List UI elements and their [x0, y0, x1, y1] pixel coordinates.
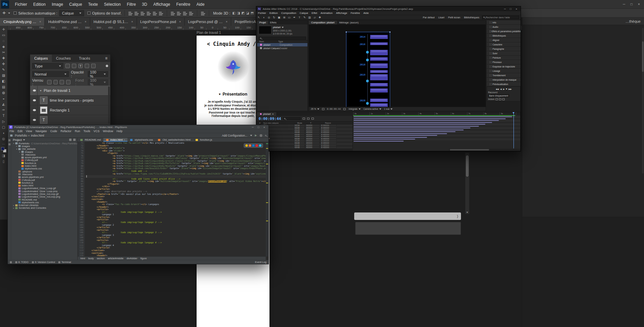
lock-position-icon[interactable] [60, 80, 64, 84]
close-icon[interactable]: × [179, 20, 181, 23]
tab-composition[interactable]: Composition: pbstart [309, 21, 337, 24]
close-icon[interactable]: × [514, 7, 519, 11]
panel-paragraphe[interactable]: Paragraphe [487, 47, 521, 51]
stop-icon[interactable]: ■ [506, 88, 507, 90]
visibility-eye-icon[interactable] [32, 105, 38, 115]
ae-menu-composition[interactable]: Composition [279, 12, 298, 15]
parent-dropdown[interactable]: @ Aucun(e) [320, 138, 337, 139]
close-icon[interactable]: × [272, 112, 274, 116]
layer-row-rectangle-1[interactable]: Rectangle 1 [30, 105, 110, 115]
breadcrumb-html[interactable]: html [80, 257, 85, 260]
scroll-down-icon[interactable]: ▼ [465, 211, 469, 213]
tree-item-scratches-and-consoles[interactable]: ▸Scratches and Consoles [11, 207, 77, 209]
panel-pinceaux[interactable]: Pinceaux [487, 60, 521, 64]
lasso-tool[interactable]: ◌ [1, 38, 7, 43]
layer-duration-bar[interactable] [354, 133, 447, 134]
go-to-start-icon[interactable]: ◀◀ [496, 88, 499, 90]
column-nom[interactable]: Nom [257, 40, 276, 43]
tl-column-mode[interactable]: Mode [297, 122, 310, 124]
track-matte-dropdown[interactable]: Aucun(e) [305, 141, 320, 143]
shape-tool[interactable]: ▢ [1, 125, 7, 130]
scrollbar[interactable]: ▼ [465, 152, 469, 214]
layer-duration-bar[interactable] [354, 135, 437, 136]
blend-mode-dropdown[interactable]: Normal [294, 141, 305, 143]
parent-dropdown[interactable]: @ Aucun(e) [320, 132, 337, 134]
error-stripe[interactable] [266, 142, 268, 257]
visibility-eye-icon[interactable] [32, 86, 38, 95]
snapshot-icon[interactable] [343, 108, 346, 110]
visibility-eye-icon[interactable] [32, 115, 38, 125]
eraser-tool[interactable]: ▤ [1, 84, 7, 89]
tree-item-portefolio[interactable]: ▾PortefolioC:\Users\andyc\OneDrive - Reg… [11, 142, 77, 145]
blend-mode-dropdown[interactable]: Normal [32, 71, 69, 77]
tl-column-t[interactable]: T [310, 122, 325, 124]
include-video-icon[interactable] [496, 98, 498, 100]
tree-item-cvandy-pdf[interactable]: CVAndy.pdf [11, 159, 77, 162]
tab-projet[interactable]: Projet [257, 21, 268, 24]
filter-smart-object-icon[interactable] [91, 64, 96, 68]
tree-item-fonction-js[interactable]: fonction.js [11, 181, 77, 184]
color-swatches[interactable] [1, 147, 6, 152]
ps-menu-fen-tre[interactable]: Fenêtre [173, 0, 193, 9]
pst-menu-run[interactable]: Run [73, 129, 82, 133]
phpstorm-titlebar[interactable]: P Portefolio [C:\Users\andyc\OneDrive - … [8, 125, 268, 129]
workspace-petit-cran[interactable]: Petit écran [448, 16, 460, 19]
workspace-par-d-faut[interactable]: Par défaut [423, 16, 435, 19]
selection-tool[interactable]: ↖ [256, 16, 261, 19]
pst-menu-help[interactable]: Help [115, 129, 124, 133]
lock-pixels-icon[interactable] [54, 80, 58, 84]
layer-duration-bar[interactable] [354, 120, 499, 121]
breadcrumb-article-middle[interactable]: article#middle [108, 257, 123, 260]
camera-tool[interactable]: ▣ [277, 16, 282, 19]
status-6-todo[interactable]: 6: TODO [15, 261, 28, 264]
scrollbar-thumb[interactable] [466, 156, 468, 177]
blend-mode-dropdown[interactable]: Normal [294, 145, 305, 147]
close-icon[interactable]: × [261, 126, 267, 129]
parent-dropdown[interactable]: @ Aucun(e) [320, 124, 337, 126]
tree-item-external-libraries[interactable]: ▸External Libraries [11, 204, 77, 207]
artboard-label[interactable]: Plan de travail 1 [197, 31, 221, 35]
close-icon[interactable]: × [226, 20, 227, 23]
blend-mode-dropdown[interactable]: Normal [294, 128, 305, 130]
lock-all-icon[interactable] [66, 80, 71, 84]
panel-suivi[interactable]: Suivi [487, 51, 521, 55]
tree-item-readme-md[interactable]: README.md [11, 198, 77, 201]
brush-tool[interactable]: ✎ [1, 67, 7, 72]
project-panel-title[interactable]: Project [13, 138, 22, 142]
run-button[interactable]: ▶ [255, 134, 257, 137]
composition-frame[interactable]: 20142016201820192020 [346, 32, 390, 107]
help-search-input[interactable]: Rechercher dans l'aide [482, 16, 519, 19]
parent-dropdown[interactable]: @ Aucun(e) [320, 143, 337, 145]
track-matte-dropdown[interactable]: Aucun(e) [305, 124, 320, 126]
project-search-input[interactable] [259, 37, 306, 40]
healing-brush-tool[interactable]: ✜ [1, 61, 7, 66]
ps-menu-3d[interactable]: 3D [139, 0, 150, 9]
eyedropper-tool[interactable]: ✚ [1, 56, 7, 61]
align-middle-icon[interactable] [153, 11, 157, 15]
pst-menu-view[interactable]: View [24, 129, 34, 133]
breadcrumb-project[interactable]: Portefolio [15, 134, 27, 137]
opacity-dropdown[interactable]: 100 % [88, 71, 108, 77]
ps-menu-filtre[interactable]: Filtre [124, 0, 139, 9]
tree-item-azure-pipelines-yml[interactable]: azure-pipelines.yml [11, 156, 77, 159]
hand-tool[interactable]: ◖ [1, 130, 7, 136]
track-matte-dropdown[interactable]: Aucun(e) [305, 134, 320, 136]
tree-item-stylesheets-css[interactable]: stylesheets.css [11, 167, 77, 170]
ps-menu-s-lection[interactable]: Sélection [101, 0, 124, 9]
doc-tab-cinquinandy-png[interactable]: CinquinAndy.png …× [0, 18, 45, 26]
layer-duration-bar[interactable] [354, 129, 464, 130]
current-timecode[interactable]: 0:00:09:44 [259, 117, 281, 121]
rotation-tool[interactable]: ↻ [271, 16, 277, 19]
layer-duration-bar[interactable] [354, 141, 404, 142]
parent-dropdown[interactable]: @ Aucun(e) [320, 126, 337, 128]
filter-pixel-icon[interactable] [65, 64, 70, 68]
play-icon[interactable]: ▶ [503, 88, 505, 90]
ae-menu-effet[interactable]: Effet [310, 12, 319, 15]
distribute-right-icon[interactable] [189, 11, 193, 15]
chevron-right-icon[interactable]: ⟩ [457, 214, 458, 219]
track-matte-dropdown[interactable]: Aucun(e) [305, 139, 320, 141]
ps-menu-affichage[interactable]: Affichage [150, 0, 173, 9]
tree-item-fonction-js[interactable]: fonction.js [11, 162, 77, 164]
move-tool[interactable]: ✛ [1, 27, 7, 32]
ae-menu-aide[interactable]: Aide [362, 12, 370, 15]
